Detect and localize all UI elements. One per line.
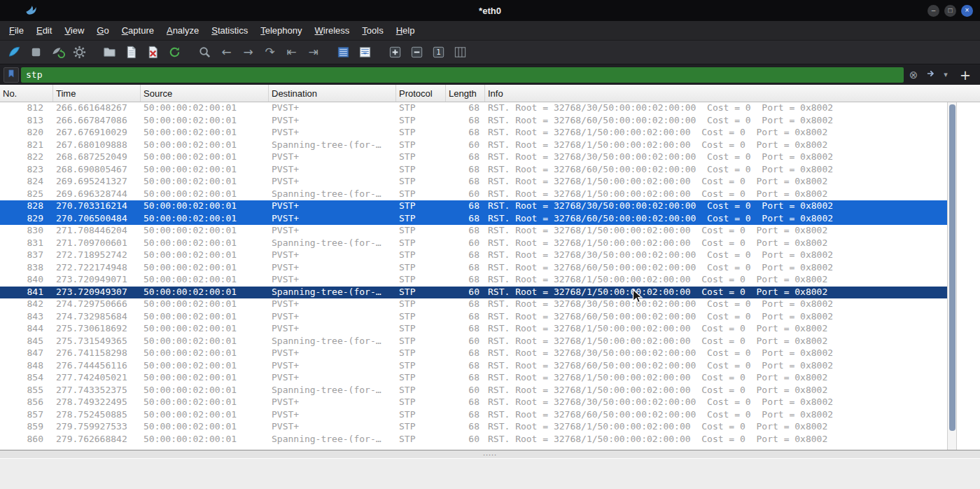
menu-item-capture[interactable]: Capture <box>115 21 160 40</box>
menu-item-go[interactable]: Go <box>90 21 115 40</box>
menu-item-tools[interactable]: Tools <box>356 21 389 40</box>
packet-row[interactable]: 855277.74335237550:00:00:02:00:01Spannin… <box>0 385 947 397</box>
cell-time: 267.676910029 <box>53 127 141 139</box>
cell-no: 828 <box>0 200 53 213</box>
display-filter-field[interactable] <box>21 67 904 83</box>
packet-row[interactable]: 843274.73298568450:00:00:02:00:01PVST+ST… <box>0 311 947 324</box>
packet-row[interactable]: 845275.73154936550:00:00:02:00:01Spannin… <box>0 336 947 348</box>
close-capture-file-button[interactable] <box>143 43 163 62</box>
packet-row[interactable]: 822268.68725204950:00:00:02:00:01PVST+ST… <box>0 151 947 164</box>
column-header-info[interactable]: Info <box>485 85 980 102</box>
resize-columns-button[interactable] <box>450 43 470 62</box>
filter-bookmark-button[interactable] <box>4 67 19 83</box>
packet-row[interactable]: 842274.72975066650:00:00:02:00:01PVST+ST… <box>0 298 947 311</box>
cell-protocol: STP <box>396 164 446 177</box>
menu-item-statistics[interactable]: Statistics <box>205 21 254 40</box>
add-filter-button[interactable]: + <box>957 67 974 83</box>
menu-item-help[interactable]: Help <box>390 21 421 40</box>
reload-capture-file-button[interactable] <box>164 43 185 62</box>
packet-row[interactable]: 841273.72094930750:00:00:02:00:01Spannin… <box>0 287 947 299</box>
packet-row[interactable]: 848276.74445611650:00:00:02:00:01PVST+ST… <box>0 360 947 373</box>
menu-item-wireless[interactable]: Wireless <box>309 21 356 40</box>
menu-item-view[interactable]: View <box>58 21 90 40</box>
packet-row[interactable]: 856278.74932249550:00:00:02:00:01PVST+ST… <box>0 397 947 409</box>
cell-info: RST. Root = 32768/30/50:00:00:02:00:00 C… <box>485 249 947 262</box>
go-back-button[interactable]: ← <box>216 43 237 62</box>
packet-row[interactable]: 831271.70970060150:00:00:02:00:01Spannin… <box>0 237 947 250</box>
packet-row[interactable]: 837272.71895274250:00:00:02:00:01PVST+ST… <box>0 249 947 262</box>
find-packet-button[interactable] <box>195 43 215 62</box>
minimize-button[interactable]: – <box>927 5 939 17</box>
packet-row[interactable]: 812266.66164826750:00:00:02:00:01PVST+ST… <box>0 102 947 115</box>
capture-options-button[interactable] <box>69 43 90 62</box>
packet-row[interactable]: 830271.70844620450:00:00:02:00:01PVST+ST… <box>0 225 947 237</box>
packet-row[interactable]: 813266.66784708650:00:00:02:00:01PVST+ST… <box>0 115 947 128</box>
cell-info: RST. Root = 32768/1/50:00:00:02:00:00 Co… <box>485 188 947 201</box>
cell-length: 68 <box>446 298 485 311</box>
stop-capture-button[interactable] <box>26 43 46 62</box>
maximize-button[interactable]: □ <box>944 5 956 17</box>
auto-scroll-button[interactable] <box>355 43 375 62</box>
go-to-packet-button[interactable]: ↷ <box>260 43 280 62</box>
packet-row[interactable]: 854277.74240502150:00:00:02:00:01PVST+ST… <box>0 372 947 385</box>
packet-row[interactable]: 821267.68010988850:00:00:02:00:01Spannin… <box>0 139 947 152</box>
save-capture-file-button[interactable] <box>121 43 141 62</box>
menu-item-telephony[interactable]: Telephony <box>254 21 308 40</box>
menu-item-analyze[interactable]: Analyze <box>160 21 205 40</box>
packet-list: 812266.66164826750:00:00:02:00:01PVST+ST… <box>0 102 980 450</box>
cell-destination: PVST+ <box>269 200 396 213</box>
save-capture-file-icon <box>124 45 139 60</box>
packet-row[interactable]: 828270.70331621450:00:00:02:00:01PVST+ST… <box>0 200 947 213</box>
cell-source: 50:00:00:02:00:01 <box>141 397 269 409</box>
packet-row[interactable]: 844275.73061869250:00:00:02:00:01PVST+ST… <box>0 323 947 336</box>
packet-row[interactable]: 820267.67691002950:00:00:02:00:01PVST+ST… <box>0 127 947 139</box>
title-bar[interactable]: *eth0 –□× <box>0 0 980 21</box>
packet-row[interactable]: 860279.76266884250:00:00:02:00:01Spannin… <box>0 434 947 446</box>
apply-filter-button[interactable] <box>923 67 939 83</box>
filter-dropdown-button[interactable]: ▾ <box>941 67 951 83</box>
go-last-packet-button[interactable]: ⇥ <box>303 43 323 62</box>
cell-destination: PVST+ <box>269 409 396 422</box>
column-header-destination[interactable]: Destination <box>269 85 396 102</box>
packet-row[interactable]: 838272.72217494850:00:00:02:00:01PVST+ST… <box>0 262 947 275</box>
column-header-protocol[interactable]: Protocol <box>396 85 446 102</box>
close-button[interactable]: × <box>961 5 973 17</box>
column-header-source[interactable]: Source <box>141 85 269 102</box>
pane-splitter[interactable]: ····· <box>0 450 980 458</box>
menu-bar: FileEditViewGoCaptureAnalyzeStatisticsTe… <box>0 21 980 40</box>
cell-length: 68 <box>446 213 485 226</box>
cell-destination: PVST+ <box>269 262 396 275</box>
column-header-length[interactable]: Length <box>446 85 485 102</box>
packet-row[interactable]: 824269.69524132750:00:00:02:00:01PVST+ST… <box>0 176 947 188</box>
cell-protocol: STP <box>396 188 446 201</box>
column-header-no[interactable]: No. <box>0 85 53 102</box>
zoom-out-button[interactable] <box>407 43 427 62</box>
packet-row[interactable]: 823268.69080546750:00:00:02:00:01PVST+ST… <box>0 164 947 177</box>
cell-time: 278.749322495 <box>53 397 141 409</box>
menu-item-edit[interactable]: Edit <box>30 21 58 40</box>
packet-row[interactable]: 847276.74115829850:00:00:02:00:01PVST+ST… <box>0 347 947 360</box>
zoom-original-button[interactable]: 1 <box>428 43 449 62</box>
cell-source: 50:00:00:02:00:01 <box>141 249 269 262</box>
restart-capture-icon <box>50 45 65 60</box>
cell-protocol: STP <box>396 336 446 348</box>
packet-row[interactable]: 840273.72094907150:00:00:02:00:01PVST+ST… <box>0 274 947 287</box>
scrollbar-thumb[interactable] <box>949 104 955 431</box>
vertical-scrollbar[interactable] <box>947 102 957 450</box>
packet-row[interactable]: 859279.75992753350:00:00:02:00:01PVST+ST… <box>0 421 947 434</box>
display-filter-input[interactable] <box>26 69 899 80</box>
go-forward-button[interactable]: → <box>238 43 258 62</box>
clear-filter-button[interactable]: ⊗ <box>906 67 921 83</box>
menu-item-file[interactable]: File <box>3 21 30 40</box>
colorize-packets-button[interactable] <box>333 43 354 62</box>
zoom-in-button[interactable] <box>385 43 405 62</box>
go-first-packet-button[interactable]: ⇤ <box>281 43 302 62</box>
packet-row[interactable]: 857278.75245088550:00:00:02:00:01PVST+ST… <box>0 409 947 422</box>
column-header-time[interactable]: Time <box>53 85 141 102</box>
restart-capture-button[interactable] <box>48 43 68 62</box>
start-capture-button[interactable] <box>4 43 24 62</box>
cell-source: 50:00:00:02:00:01 <box>141 434 269 446</box>
open-capture-file-button[interactable] <box>99 43 120 62</box>
packet-row[interactable]: 829270.70650048450:00:00:02:00:01PVST+ST… <box>0 213 947 226</box>
packet-row[interactable]: 825269.69632874450:00:00:02:00:01Spannin… <box>0 188 947 201</box>
